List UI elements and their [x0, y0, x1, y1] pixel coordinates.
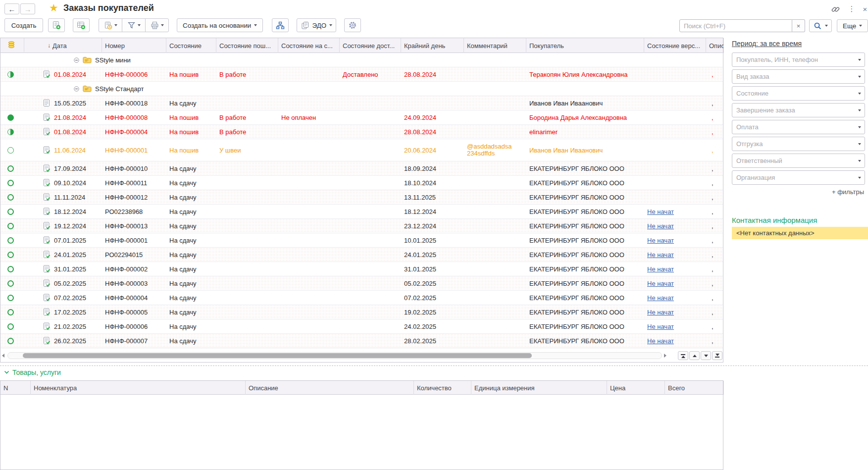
- filter-combo-1[interactable]: [732, 52, 865, 67]
- set-deadline-button[interactable]: [99, 18, 122, 32]
- table-row[interactable]: 05.02.2025НФНФ-000003На сдачу05.02.2025Е…: [0, 276, 723, 291]
- not-started-link[interactable]: Не начат: [647, 337, 674, 345]
- more-button[interactable]: Еще: [837, 19, 868, 32]
- not-started-link[interactable]: Не начат: [647, 237, 674, 244]
- back-button[interactable]: ←: [4, 3, 19, 14]
- table-row[interactable]: 09.10.2024НФНФ-000011На сдачу18.10.2024Е…: [0, 176, 723, 190]
- column-header-состояние[interactable]: Состояние: [166, 38, 216, 53]
- section-splitter[interactable]: [0, 366, 868, 366]
- column-header-покупатель[interactable]: Покупатель: [526, 38, 644, 53]
- table-row[interactable]: 31.01.2025НФНФ-000002На сдачу31.01.2025Е…: [0, 262, 723, 276]
- table-row[interactable]: 11.06.2024НФНФ-000001На пошивУ швеи20.06…: [0, 139, 723, 161]
- period-link[interactable]: Период: за все время: [732, 40, 802, 48]
- goods-section-header[interactable]: Товары, услуги: [4, 368, 61, 376]
- collapse-toggle-icon[interactable]: [74, 86, 79, 92]
- chevron-down-icon[interactable]: [858, 160, 861, 162]
- not-started-link[interactable]: Не начат: [647, 309, 674, 316]
- more-filters-link[interactable]: + фильтры: [832, 188, 864, 196]
- filter-combo-6[interactable]: [732, 137, 865, 151]
- related-documents-button[interactable]: [272, 18, 289, 32]
- goods-column-header-всего[interactable]: Всего: [665, 381, 724, 395]
- forward-button[interactable]: →: [20, 3, 35, 14]
- not-started-link[interactable]: Не начат: [647, 208, 674, 215]
- chevron-down-icon[interactable]: [858, 76, 861, 78]
- scroll-right-arrow[interactable]: [664, 354, 666, 358]
- new-group-button[interactable]: [73, 18, 90, 32]
- goods-column-header-описание[interactable]: Описание: [246, 381, 414, 395]
- table-row[interactable]: 01.08.2024НФНФ-000006На пошивВ работеДос…: [0, 67, 723, 82]
- chevron-down-icon[interactable]: [858, 93, 861, 95]
- print-button[interactable]: [145, 18, 169, 32]
- go-first-button[interactable]: [678, 351, 688, 360]
- table-row[interactable]: 21.02.2025НФНФ-000006На сдачу24.02.2025Е…: [0, 319, 723, 334]
- filter-input[interactable]: [732, 104, 858, 117]
- table-row[interactable]: 24.01.2025РО02294015На сдачу24.01.2025ЕК…: [0, 248, 723, 262]
- chevron-down-icon[interactable]: [858, 109, 861, 111]
- table-row[interactable]: 15.05.2025НФНФ-000018На сдачуИванов Иван…: [0, 96, 723, 110]
- go-down-button[interactable]: [701, 351, 711, 360]
- filter-input[interactable]: [732, 70, 858, 83]
- column-header-номер[interactable]: Номер: [102, 38, 166, 53]
- column-header-состояние-на-с-[interactable]: Состояние на с...: [278, 38, 340, 53]
- column-header-indicator[interactable]: [0, 38, 24, 53]
- group-row[interactable]: SStyle мини: [0, 53, 723, 67]
- table-row[interactable]: 18.12.2024РО02238968На сдачу18.12.2024ЕК…: [0, 205, 723, 219]
- table-row[interactable]: 26.02.2025НФНФ-000007На сдачу28.02.2025Е…: [0, 334, 723, 348]
- filter-combo-7[interactable]: [732, 154, 865, 168]
- filter-input[interactable]: [732, 171, 858, 184]
- group-row[interactable]: SStyle Стандарт: [0, 82, 723, 96]
- scrollbar-thumb[interactable]: [23, 353, 532, 358]
- filter-combo-5[interactable]: [732, 120, 865, 134]
- filter-input[interactable]: [732, 87, 858, 100]
- table-row[interactable]: 17.02.2025НФНФ-000005На сдачу19.02.2025Е…: [0, 305, 723, 319]
- table-row[interactable]: 07.02.2025НФНФ-000004На сдачу07.02.2025Е…: [0, 291, 723, 305]
- horizontal-scrollbar[interactable]: [7, 352, 662, 359]
- chevron-down-icon[interactable]: [858, 59, 861, 61]
- table-row[interactable]: 07.01.2025НФНФ-000001На сдачу10.01.2025Е…: [0, 233, 723, 248]
- link-icon[interactable]: [830, 4, 840, 14]
- column-header-состояние-дост-[interactable]: Состояние дост...: [340, 38, 401, 53]
- table-row[interactable]: 01.08.2024НФНФ-000004На пошивВ работе28.…: [0, 125, 723, 139]
- search-clear-button[interactable]: ×: [792, 19, 805, 32]
- favorite-star-icon[interactable]: ★: [49, 2, 58, 14]
- go-last-button[interactable]: [712, 351, 722, 360]
- search-button[interactable]: [809, 19, 832, 32]
- not-started-link[interactable]: Не начат: [647, 294, 674, 302]
- settings-button[interactable]: [344, 18, 361, 32]
- create-based-on-button[interactable]: Создать на основании: [177, 18, 263, 32]
- close-icon[interactable]: ×: [860, 4, 868, 14]
- go-up-button[interactable]: [689, 351, 700, 360]
- not-started-link[interactable]: Не начат: [647, 280, 674, 287]
- column-header-состояние-пош-[interactable]: Состояние пош...: [216, 38, 278, 53]
- new-document-button[interactable]: [48, 18, 65, 32]
- chevron-down-icon[interactable]: [858, 177, 861, 179]
- column-header-комментарий[interactable]: Комментарий: [464, 38, 526, 53]
- chevron-down-icon[interactable]: [858, 143, 861, 145]
- scroll-left-arrow[interactable]: [2, 354, 4, 358]
- goods-column-header-цена[interactable]: Цена: [607, 381, 665, 395]
- column-header-крайний-день[interactable]: Крайний день: [401, 38, 464, 53]
- not-started-link[interactable]: Не начат: [647, 222, 674, 230]
- menu-dots-icon[interactable]: ⋮: [847, 4, 857, 14]
- edo-button[interactable]: ЭДО: [297, 18, 336, 32]
- collapse-toggle-icon[interactable]: [74, 57, 79, 63]
- not-started-link[interactable]: Не начат: [647, 323, 674, 330]
- column-header-описание[interactable]: Описание: [706, 38, 724, 53]
- create-button[interactable]: Создать: [4, 18, 43, 32]
- table-row[interactable]: 11.11.2024НФНФ-000012На сдачу13.11.2025Е…: [0, 190, 723, 205]
- goods-column-header-номенклатура[interactable]: Номенклатура: [31, 381, 246, 395]
- goods-column-header-единица-измерения[interactable]: Единица измерения: [471, 381, 607, 395]
- goods-column-header-n[interactable]: N: [0, 381, 31, 395]
- filter-combo-3[interactable]: [732, 86, 865, 101]
- filter-combo-8[interactable]: [732, 170, 865, 185]
- filter-combo-2[interactable]: [732, 69, 865, 84]
- table-row[interactable]: 21.08.2024НФНФ-000008На пошивВ работеНе …: [0, 110, 723, 125]
- not-started-link[interactable]: Не начат: [647, 251, 674, 259]
- chevron-down-icon[interactable]: [858, 126, 861, 128]
- filter-button[interactable]: [122, 18, 146, 32]
- search-input[interactable]: [679, 19, 792, 32]
- column-header-состояние-верс-[interactable]: Состояние верс...: [644, 38, 706, 53]
- filter-input[interactable]: [732, 137, 858, 151]
- filter-input[interactable]: [732, 154, 858, 167]
- filter-combo-4[interactable]: [732, 103, 865, 117]
